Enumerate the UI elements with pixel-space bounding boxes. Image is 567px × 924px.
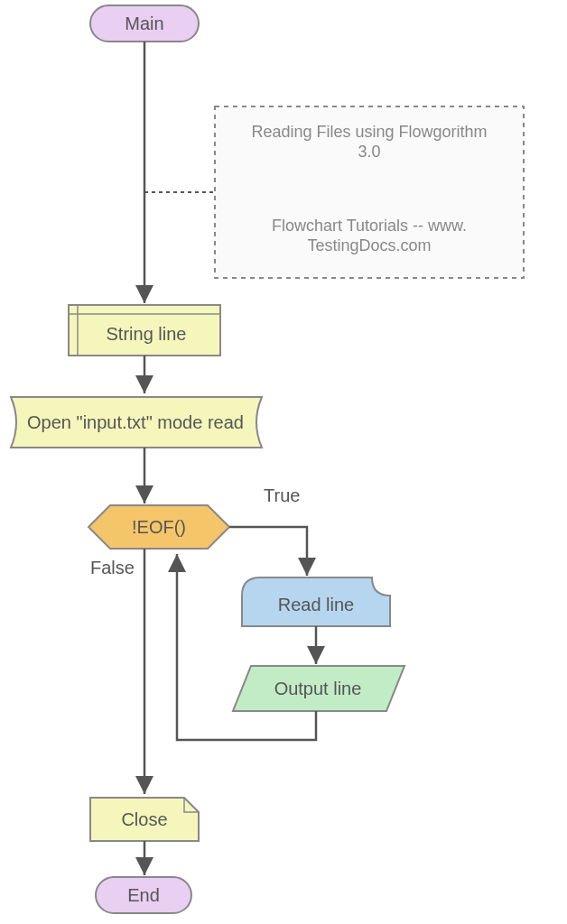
file-open-block: Open "input.txt" mode read [11,397,262,448]
file-open-label: Open "input.txt" mode read [27,412,244,432]
declare-block: String line [69,305,220,356]
note-box: Reading Files using Flowgorithm 3.0 Flow… [215,106,524,278]
terminal-main-label: Main [125,14,163,33]
decision-false-label: False [90,558,135,578]
read-label: Read line [278,595,355,614]
note-title-1: Reading Files using Flowgorithm [251,123,487,141]
terminal-end: End [96,877,191,913]
file-close-block: Close [90,798,199,841]
terminal-main: Main [90,5,199,42]
decision-label: !EOF() [132,517,186,537]
decision-block: !EOF() [88,505,229,549]
output-block: Output line [233,666,404,711]
terminal-end-label: End [127,885,160,905]
declare-label: String line [107,324,187,344]
arrow-true [229,527,307,576]
flowchart-diagram: Main Reading Files using Flowgorithm 3.0… [0,0,567,924]
note-title-2: 3.0 [358,143,380,161]
read-block: Read line [242,578,390,626]
note-sub-1: Flowchart Tutorials -- www. [272,217,467,235]
file-close-label: Close [121,809,167,829]
output-label: Output line [274,679,362,698]
note-sub-2: TestingDocs.com [307,236,431,254]
decision-true-label: True [264,485,300,505]
